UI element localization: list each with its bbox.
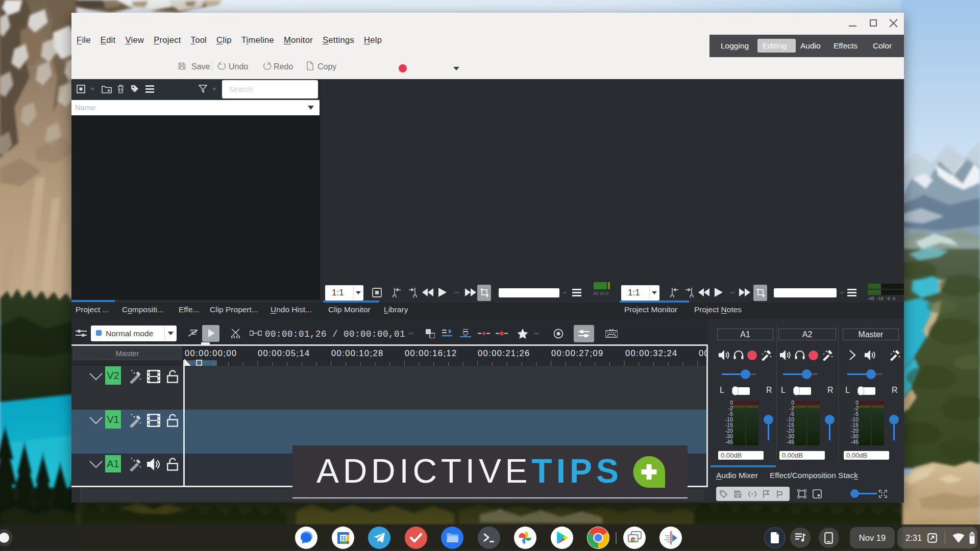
svg-text:31: 31 [340,536,347,541]
